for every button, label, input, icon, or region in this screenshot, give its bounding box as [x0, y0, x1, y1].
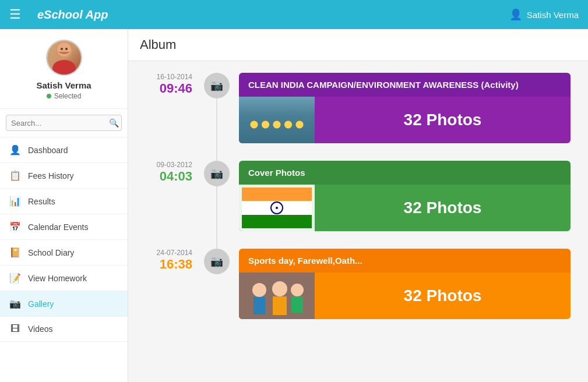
photo-count: 32 Photos	[315, 199, 571, 217]
svg-point-9	[276, 207, 278, 209]
svg-rect-16	[291, 296, 303, 313]
album-card[interactable]: CLEAN INDIA CAMPAIGN/ENVIRONMENT AWARENE…	[239, 73, 571, 143]
sidebar-profile: Satish Verma Selected	[0, 29, 128, 109]
sidebar-status: Selected	[47, 92, 82, 100]
fees-icon: 📋	[9, 170, 21, 181]
search-icon[interactable]: 🔍	[109, 118, 119, 128]
status-label: Selected	[54, 92, 82, 100]
sidebar-search-section: 🔍	[0, 109, 128, 137]
album-timeline: 16-10-2014 09:46 📷 CLEAN INDIA CAMPAIGN/…	[128, 61, 588, 348]
timeline-item: 09-03-2012 04:03 📷 Cover Photos	[146, 161, 571, 231]
sidebar-item-fees-history[interactable]: 📋 Fees History	[0, 163, 128, 189]
card-body: 32 Photos	[239, 185, 571, 231]
svg-rect-12	[253, 297, 265, 314]
svg-point-1	[52, 60, 76, 75]
time-date: 24-07-2014	[146, 249, 192, 257]
time-date: 09-03-2012	[146, 161, 192, 169]
sidebar-item-label: Dashboard	[28, 146, 68, 155]
photo-count: 32 Photos	[315, 286, 571, 305]
main-content: Album 16-10-2014 09:46 📷 CLEAN INDIA CAM…	[128, 29, 588, 382]
time-clock: 09:46	[160, 81, 192, 96]
svg-point-11	[252, 283, 266, 297]
calendar-icon: 📅	[9, 221, 21, 232]
camera-dot: 📷	[204, 249, 230, 274]
album-card[interactable]: Sports day, Farewell,Oath...	[239, 249, 571, 319]
sidebar-item-label: Videos	[28, 324, 53, 334]
sidebar: Satish Verma Selected 🔍 👤 Dashboard 📋 Fe…	[0, 29, 128, 382]
sidebar-username: Satish Verma	[36, 80, 91, 90]
thumbnail-image	[239, 185, 315, 231]
time-block: 16-10-2014 09:46	[146, 73, 204, 96]
app-logo: eSchool App	[37, 8, 108, 22]
card-thumbnail	[239, 273, 315, 319]
sidebar-item-school-diary[interactable]: 📔 School Diary	[0, 240, 128, 266]
sidebar-item-gallery[interactable]: 📷 Gallery	[0, 291, 128, 317]
sidebar-item-label: Gallery	[28, 299, 54, 309]
svg-rect-5	[242, 188, 312, 201]
sidebar-item-label: View Homework	[28, 274, 87, 283]
svg-rect-14	[273, 296, 287, 315]
timeline-line	[216, 186, 217, 249]
time-clock: 04:03	[160, 169, 192, 183]
diary-icon: 📔	[9, 247, 21, 258]
dashboard-icon: 👤	[9, 144, 21, 155]
sidebar-item-view-homework[interactable]: 📝 View Homework	[0, 266, 128, 291]
svg-point-3	[61, 48, 63, 50]
card-title: Cover Photos	[239, 161, 571, 185]
time-clock: 16:38	[160, 257, 192, 271]
search-box[interactable]: 🔍	[6, 115, 122, 131]
videos-icon: 🎞	[9, 324, 21, 334]
avatar-image	[47, 41, 81, 75]
header-left: ☰ eSchool App	[9, 7, 108, 22]
menu-icon[interactable]: ☰	[9, 7, 21, 22]
album-card[interactable]: Cover Photos	[239, 161, 571, 231]
thumbnail-image	[239, 97, 315, 143]
svg-point-13	[272, 281, 287, 296]
camera-dot: 📷	[204, 73, 230, 98]
sidebar-item-dashboard[interactable]: 👤 Dashboard	[0, 137, 128, 163]
sidebar-item-videos[interactable]: 🎞 Videos	[0, 317, 128, 342]
card-title: CLEAN INDIA CAMPAIGN/ENVIRONMENT AWARENE…	[239, 73, 571, 97]
header-user[interactable]: 👤 Satish Verma	[509, 8, 579, 21]
svg-point-15	[291, 284, 304, 296]
gallery-icon: 📷	[9, 298, 21, 309]
app-header: ☰ eSchool App 👤 Satish Verma	[0, 0, 588, 29]
results-icon: 📊	[9, 196, 21, 207]
svg-rect-7	[242, 215, 312, 228]
timeline-line	[216, 98, 217, 161]
user-icon: 👤	[509, 8, 522, 21]
card-title: Sports day, Farewell,Oath...	[239, 249, 571, 273]
avatar	[46, 40, 82, 76]
sidebar-item-calendar-events[interactable]: 📅 Calendar Events	[0, 214, 128, 240]
sidebar-item-label: Calendar Events	[28, 222, 89, 232]
header-username: Satish Verma	[527, 10, 579, 20]
time-block: 24-07-2014 16:38	[146, 249, 204, 272]
sidebar-item-label: Results	[28, 197, 55, 206]
camera-dot: 📷	[204, 161, 230, 186]
card-thumbnail	[239, 97, 315, 143]
thumbnail-image	[239, 273, 315, 319]
timeline-item: 16-10-2014 09:46 📷 CLEAN INDIA CAMPAIGN/…	[146, 73, 571, 143]
card-thumbnail	[239, 185, 315, 231]
search-input[interactable]	[11, 119, 109, 128]
svg-point-4	[65, 48, 68, 50]
sidebar-item-results[interactable]: 📊 Results	[0, 189, 128, 214]
layout: Satish Verma Selected 🔍 👤 Dashboard 📋 Fe…	[0, 29, 588, 382]
page-title: Album	[128, 29, 588, 61]
svg-point-2	[57, 43, 71, 56]
card-body: 32 Photos	[239, 97, 571, 143]
photo-count: 32 Photos	[315, 111, 571, 129]
card-body: 32 Photos	[239, 273, 571, 319]
timeline-item: 24-07-2014 16:38 📷 Sports day, Farewell,…	[146, 249, 571, 319]
time-date: 16-10-2014	[146, 73, 192, 81]
status-dot	[47, 94, 51, 98]
time-block: 09-03-2012 04:03	[146, 161, 204, 184]
sidebar-nav: 👤 Dashboard 📋 Fees History 📊 Results 📅 C…	[0, 137, 128, 382]
sidebar-item-label: School Diary	[28, 248, 74, 257]
homework-icon: 📝	[9, 273, 21, 284]
sidebar-item-label: Fees History	[28, 171, 74, 181]
